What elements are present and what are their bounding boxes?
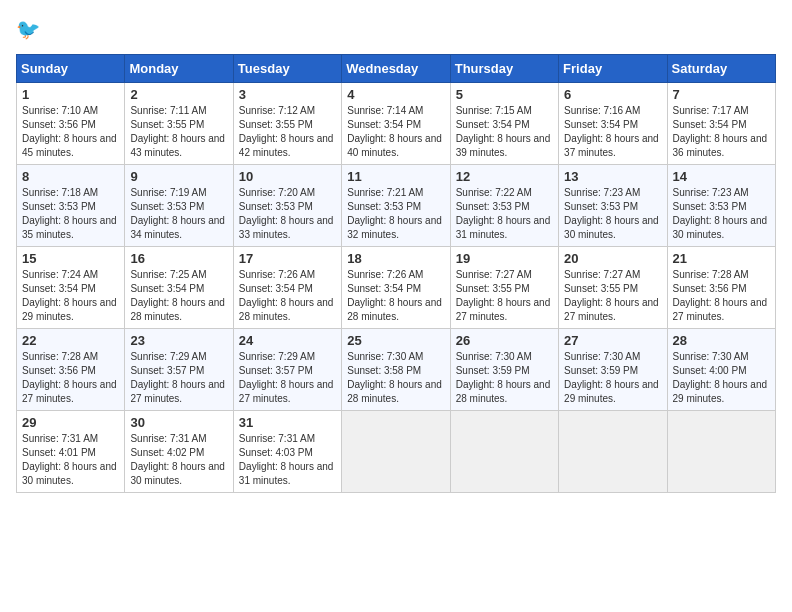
day-info: Sunrise: 7:17 AMSunset: 3:54 PMDaylight:… bbox=[673, 105, 768, 158]
day-info: Sunrise: 7:30 AMSunset: 3:59 PMDaylight:… bbox=[456, 351, 551, 404]
day-number: 1 bbox=[22, 87, 119, 102]
day-info: Sunrise: 7:16 AMSunset: 3:54 PMDaylight:… bbox=[564, 105, 659, 158]
day-info: Sunrise: 7:14 AMSunset: 3:54 PMDaylight:… bbox=[347, 105, 442, 158]
day-number: 14 bbox=[673, 169, 770, 184]
day-info: Sunrise: 7:29 AMSunset: 3:57 PMDaylight:… bbox=[130, 351, 225, 404]
calendar-table: SundayMondayTuesdayWednesdayThursdayFrid… bbox=[16, 54, 776, 493]
calendar-cell: 8 Sunrise: 7:18 AMSunset: 3:53 PMDayligh… bbox=[17, 165, 125, 247]
day-info: Sunrise: 7:21 AMSunset: 3:53 PMDaylight:… bbox=[347, 187, 442, 240]
calendar-cell bbox=[667, 411, 775, 493]
day-info: Sunrise: 7:23 AMSunset: 3:53 PMDaylight:… bbox=[564, 187, 659, 240]
calendar-cell: 5 Sunrise: 7:15 AMSunset: 3:54 PMDayligh… bbox=[450, 83, 558, 165]
day-info: Sunrise: 7:10 AMSunset: 3:56 PMDaylight:… bbox=[22, 105, 117, 158]
day-info: Sunrise: 7:25 AMSunset: 3:54 PMDaylight:… bbox=[130, 269, 225, 322]
day-info: Sunrise: 7:31 AMSunset: 4:03 PMDaylight:… bbox=[239, 433, 334, 486]
calendar-cell: 6 Sunrise: 7:16 AMSunset: 3:54 PMDayligh… bbox=[559, 83, 667, 165]
calendar-week-row: 22 Sunrise: 7:28 AMSunset: 3:56 PMDaylig… bbox=[17, 329, 776, 411]
calendar-cell: 27 Sunrise: 7:30 AMSunset: 3:59 PMDaylig… bbox=[559, 329, 667, 411]
calendar-cell: 13 Sunrise: 7:23 AMSunset: 3:53 PMDaylig… bbox=[559, 165, 667, 247]
weekday-header-monday: Monday bbox=[125, 55, 233, 83]
day-number: 3 bbox=[239, 87, 336, 102]
day-number: 13 bbox=[564, 169, 661, 184]
weekday-header-saturday: Saturday bbox=[667, 55, 775, 83]
calendar-header-row: SundayMondayTuesdayWednesdayThursdayFrid… bbox=[17, 55, 776, 83]
calendar-cell: 31 Sunrise: 7:31 AMSunset: 4:03 PMDaylig… bbox=[233, 411, 341, 493]
weekday-header-wednesday: Wednesday bbox=[342, 55, 450, 83]
day-info: Sunrise: 7:27 AMSunset: 3:55 PMDaylight:… bbox=[564, 269, 659, 322]
calendar-cell: 3 Sunrise: 7:12 AMSunset: 3:55 PMDayligh… bbox=[233, 83, 341, 165]
weekday-header-friday: Friday bbox=[559, 55, 667, 83]
calendar-cell: 18 Sunrise: 7:26 AMSunset: 3:54 PMDaylig… bbox=[342, 247, 450, 329]
calendar-cell: 19 Sunrise: 7:27 AMSunset: 3:55 PMDaylig… bbox=[450, 247, 558, 329]
weekday-header-sunday: Sunday bbox=[17, 55, 125, 83]
calendar-cell bbox=[342, 411, 450, 493]
day-number: 29 bbox=[22, 415, 119, 430]
page-header: 🐦 bbox=[16, 16, 776, 44]
calendar-cell: 10 Sunrise: 7:20 AMSunset: 3:53 PMDaylig… bbox=[233, 165, 341, 247]
day-number: 9 bbox=[130, 169, 227, 184]
day-number: 5 bbox=[456, 87, 553, 102]
day-info: Sunrise: 7:31 AMSunset: 4:01 PMDaylight:… bbox=[22, 433, 117, 486]
day-number: 27 bbox=[564, 333, 661, 348]
calendar-cell: 7 Sunrise: 7:17 AMSunset: 3:54 PMDayligh… bbox=[667, 83, 775, 165]
day-number: 4 bbox=[347, 87, 444, 102]
calendar-cell: 25 Sunrise: 7:30 AMSunset: 3:58 PMDaylig… bbox=[342, 329, 450, 411]
day-number: 12 bbox=[456, 169, 553, 184]
day-info: Sunrise: 7:23 AMSunset: 3:53 PMDaylight:… bbox=[673, 187, 768, 240]
calendar-cell: 29 Sunrise: 7:31 AMSunset: 4:01 PMDaylig… bbox=[17, 411, 125, 493]
day-info: Sunrise: 7:22 AMSunset: 3:53 PMDaylight:… bbox=[456, 187, 551, 240]
day-number: 30 bbox=[130, 415, 227, 430]
day-info: Sunrise: 7:31 AMSunset: 4:02 PMDaylight:… bbox=[130, 433, 225, 486]
calendar-cell: 22 Sunrise: 7:28 AMSunset: 3:56 PMDaylig… bbox=[17, 329, 125, 411]
day-number: 16 bbox=[130, 251, 227, 266]
day-number: 28 bbox=[673, 333, 770, 348]
svg-text:🐦: 🐦 bbox=[16, 17, 41, 41]
day-info: Sunrise: 7:28 AMSunset: 3:56 PMDaylight:… bbox=[673, 269, 768, 322]
day-info: Sunrise: 7:26 AMSunset: 3:54 PMDaylight:… bbox=[347, 269, 442, 322]
calendar-cell: 15 Sunrise: 7:24 AMSunset: 3:54 PMDaylig… bbox=[17, 247, 125, 329]
calendar-cell: 4 Sunrise: 7:14 AMSunset: 3:54 PMDayligh… bbox=[342, 83, 450, 165]
day-info: Sunrise: 7:15 AMSunset: 3:54 PMDaylight:… bbox=[456, 105, 551, 158]
calendar-cell: 2 Sunrise: 7:11 AMSunset: 3:55 PMDayligh… bbox=[125, 83, 233, 165]
day-info: Sunrise: 7:29 AMSunset: 3:57 PMDaylight:… bbox=[239, 351, 334, 404]
calendar-cell: 17 Sunrise: 7:26 AMSunset: 3:54 PMDaylig… bbox=[233, 247, 341, 329]
day-number: 22 bbox=[22, 333, 119, 348]
calendar-cell: 11 Sunrise: 7:21 AMSunset: 3:53 PMDaylig… bbox=[342, 165, 450, 247]
day-number: 21 bbox=[673, 251, 770, 266]
calendar-cell: 9 Sunrise: 7:19 AMSunset: 3:53 PMDayligh… bbox=[125, 165, 233, 247]
calendar-week-row: 1 Sunrise: 7:10 AMSunset: 3:56 PMDayligh… bbox=[17, 83, 776, 165]
day-number: 18 bbox=[347, 251, 444, 266]
calendar-cell bbox=[450, 411, 558, 493]
calendar-week-row: 15 Sunrise: 7:24 AMSunset: 3:54 PMDaylig… bbox=[17, 247, 776, 329]
day-number: 6 bbox=[564, 87, 661, 102]
calendar-cell: 23 Sunrise: 7:29 AMSunset: 3:57 PMDaylig… bbox=[125, 329, 233, 411]
day-info: Sunrise: 7:30 AMSunset: 3:58 PMDaylight:… bbox=[347, 351, 442, 404]
calendar-cell: 21 Sunrise: 7:28 AMSunset: 3:56 PMDaylig… bbox=[667, 247, 775, 329]
day-number: 25 bbox=[347, 333, 444, 348]
day-number: 19 bbox=[456, 251, 553, 266]
day-number: 17 bbox=[239, 251, 336, 266]
day-number: 23 bbox=[130, 333, 227, 348]
day-number: 31 bbox=[239, 415, 336, 430]
calendar-cell: 30 Sunrise: 7:31 AMSunset: 4:02 PMDaylig… bbox=[125, 411, 233, 493]
calendar-cell: 26 Sunrise: 7:30 AMSunset: 3:59 PMDaylig… bbox=[450, 329, 558, 411]
weekday-header-tuesday: Tuesday bbox=[233, 55, 341, 83]
day-info: Sunrise: 7:30 AMSunset: 4:00 PMDaylight:… bbox=[673, 351, 768, 404]
logo-icon: 🐦 bbox=[16, 16, 44, 44]
day-number: 8 bbox=[22, 169, 119, 184]
day-number: 15 bbox=[22, 251, 119, 266]
day-info: Sunrise: 7:26 AMSunset: 3:54 PMDaylight:… bbox=[239, 269, 334, 322]
calendar-cell: 1 Sunrise: 7:10 AMSunset: 3:56 PMDayligh… bbox=[17, 83, 125, 165]
calendar-cell: 12 Sunrise: 7:22 AMSunset: 3:53 PMDaylig… bbox=[450, 165, 558, 247]
calendar-cell: 16 Sunrise: 7:25 AMSunset: 3:54 PMDaylig… bbox=[125, 247, 233, 329]
day-number: 10 bbox=[239, 169, 336, 184]
logo: 🐦 bbox=[16, 16, 48, 44]
day-info: Sunrise: 7:12 AMSunset: 3:55 PMDaylight:… bbox=[239, 105, 334, 158]
day-number: 26 bbox=[456, 333, 553, 348]
day-info: Sunrise: 7:19 AMSunset: 3:53 PMDaylight:… bbox=[130, 187, 225, 240]
day-number: 20 bbox=[564, 251, 661, 266]
calendar-cell: 24 Sunrise: 7:29 AMSunset: 3:57 PMDaylig… bbox=[233, 329, 341, 411]
day-info: Sunrise: 7:30 AMSunset: 3:59 PMDaylight:… bbox=[564, 351, 659, 404]
calendar-cell bbox=[559, 411, 667, 493]
calendar-cell: 28 Sunrise: 7:30 AMSunset: 4:00 PMDaylig… bbox=[667, 329, 775, 411]
